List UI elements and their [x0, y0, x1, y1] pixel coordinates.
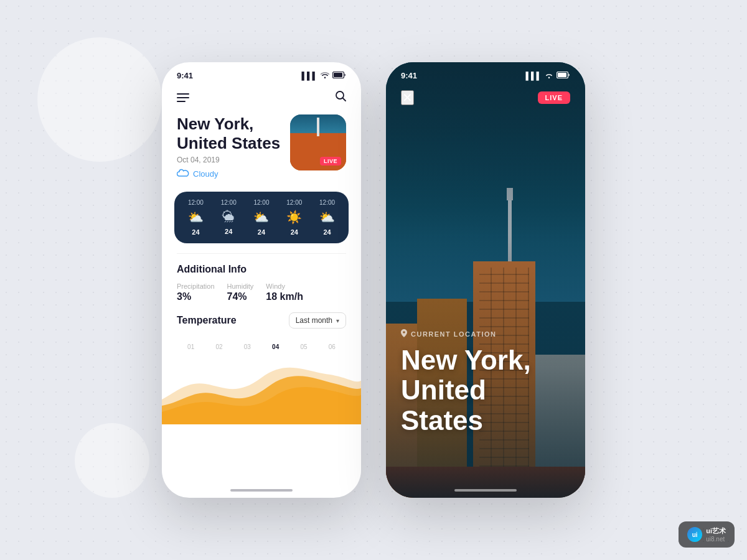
hour-icon-4: ☀️ [286, 210, 302, 225]
right-content: CURRENT LOCATION New York, United States [386, 329, 585, 436]
hour-item-2: 12:00 🌦 24 [221, 199, 237, 236]
home-indicator-right [454, 489, 517, 492]
chart-svg [162, 343, 361, 424]
precipitation-label: Precipitation [177, 282, 215, 290]
bg-circle-small [75, 423, 149, 498]
hour-icon-1: ⛅ [188, 210, 204, 225]
precipitation-value: 3% [177, 291, 215, 302]
additional-info-section: Additional Info Precipitation 3% Humidit… [162, 264, 361, 312]
hero-text: New York, United States Oct 04, 2019 Clo… [177, 114, 280, 179]
precipitation-info: Precipitation 3% [177, 282, 215, 302]
live-badge-thumbnail: LIVE [320, 157, 341, 166]
temperature-title: Temperature [177, 315, 237, 326]
battery-icon-right [557, 71, 570, 80]
weather-status: Cloudy [177, 168, 280, 179]
watermark-text: ui艺术 ui8.net [706, 526, 726, 543]
hour-time-4: 12:00 [286, 199, 302, 206]
thumbnail-tower [317, 118, 319, 136]
temperature-section: Temperature Last month ▾ [162, 312, 361, 343]
humidity-label: Humidity [227, 282, 254, 290]
hamburger-line-3 [177, 101, 186, 102]
phones-container: 9:41 ▌▌▌ [162, 62, 585, 498]
temperature-chart: 01 02 03 04 05 06 [162, 343, 361, 424]
hourly-strip: 12:00 ⛅ 24 12:00 🌦 24 12:00 ⛅ 24 12:00 ☀… [174, 192, 349, 243]
windy-value: 18 km/h [266, 291, 303, 302]
left-toolbar [162, 85, 361, 107]
signal-icon-right: ▌▌▌ [525, 72, 542, 80]
hour-item-4: 12:00 ☀️ 24 [286, 199, 302, 236]
hour-time-2: 12:00 [221, 199, 237, 206]
additional-info-title: Additional Info [177, 264, 346, 275]
pin-icon [401, 329, 407, 339]
hour-item-1: 12:00 ⛅ 24 [188, 199, 204, 236]
hour-temp-5: 24 [323, 228, 331, 236]
status-bar-right: 9:41 ▌▌▌ [386, 62, 585, 85]
watermark-title: ui艺术 [706, 526, 726, 536]
search-button[interactable] [335, 90, 346, 105]
divider [177, 253, 346, 254]
hour-temp-4: 24 [291, 228, 298, 236]
hamburger-line-1 [177, 93, 189, 95]
signal-icon: ▌▌▌ [301, 72, 317, 80]
hamburger-menu[interactable] [177, 93, 189, 102]
hamburger-line-2 [177, 97, 189, 98]
cloud-icon [177, 168, 189, 179]
live-badge-right: LIVE [538, 91, 570, 104]
time-left: 9:41 [177, 71, 193, 80]
status-bar-left: 9:41 ▌▌▌ [162, 62, 361, 85]
status-icons-right: ▌▌▌ [525, 71, 570, 80]
hour-temp-1: 24 [192, 228, 199, 236]
humidity-info: Humidity 74% [227, 282, 254, 302]
watermark-url: ui8.net [706, 536, 726, 543]
battery-icon [332, 72, 346, 80]
svg-rect-5 [558, 73, 566, 77]
city-name-left: New York, United States [177, 114, 280, 153]
home-indicator-left [230, 489, 293, 492]
watermark: ui ui艺术 ui8.net [679, 521, 735, 548]
hour-item-5: 12:00 ⛅ 24 [319, 199, 335, 236]
wifi-icon [321, 72, 329, 80]
period-selector[interactable]: Last month ▾ [289, 312, 346, 329]
time-right: 9:41 [401, 71, 417, 80]
hero-section: New York, United States Oct 04, 2019 Clo… [162, 107, 361, 189]
windy-info: Windy 18 km/h [266, 282, 303, 302]
humidity-value: 74% [227, 291, 254, 302]
svg-point-2 [336, 91, 344, 99]
hour-temp-2: 24 [225, 228, 232, 235]
date-label: Oct 04, 2019 [177, 156, 280, 164]
close-button[interactable]: ✕ [401, 90, 414, 105]
hour-time-5: 12:00 [319, 199, 335, 206]
period-label: Last month [296, 316, 332, 325]
watermark-logo: ui [687, 527, 702, 542]
right-toolbar: ✕ LIVE [386, 85, 585, 108]
left-phone: 9:41 ▌▌▌ [162, 62, 361, 498]
hour-time-1: 12:00 [188, 199, 204, 206]
right-city-name: New York, United States [401, 345, 570, 436]
city-thumbnail[interactable]: LIVE [290, 114, 346, 170]
current-location-label: CURRENT LOCATION [401, 329, 570, 339]
hour-icon-5: ⛅ [319, 210, 335, 225]
hour-item-3: 12:00 ⛅ 24 [253, 199, 269, 236]
hour-icon-3: ⛅ [253, 210, 269, 225]
hour-temp-3: 24 [258, 228, 265, 236]
hour-time-3: 12:00 [253, 199, 269, 206]
status-icons-left: ▌▌▌ [301, 72, 346, 80]
svg-line-3 [343, 98, 345, 101]
info-grid: Precipitation 3% Humidity 74% Windy 18 k… [177, 282, 346, 302]
temperature-header: Temperature Last month ▾ [177, 312, 346, 329]
chevron-down-icon: ▾ [336, 317, 339, 324]
windy-label: Windy [266, 282, 303, 290]
bg-circle-large [37, 37, 162, 162]
right-phone: 9:41 ▌▌▌ ✕ [386, 62, 585, 498]
hour-icon-2: 🌦 [222, 210, 235, 224]
svg-rect-1 [334, 73, 342, 77]
wifi-icon-right [545, 71, 553, 80]
